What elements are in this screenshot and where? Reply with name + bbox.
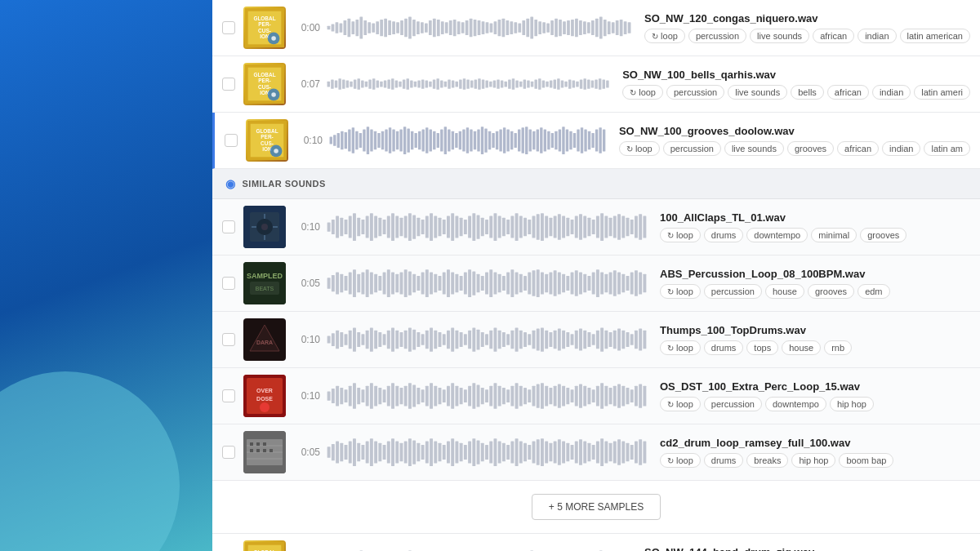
- tag-house[interactable]: house: [782, 340, 821, 355]
- svg-rect-437: [425, 331, 429, 349]
- svg-rect-210: [462, 130, 465, 152]
- tag-percussion[interactable]: percussion: [704, 397, 762, 411]
- tag-loop[interactable]: ↻ loop: [660, 397, 701, 411]
- svg-rect-590: [366, 442, 369, 464]
- tag-tops[interactable]: tops: [746, 340, 778, 355]
- tag-live-sounds[interactable]: live sounds: [728, 85, 787, 100]
- svg-rect-295: [489, 216, 492, 238]
- track-checkbox[interactable]: [222, 277, 235, 290]
- tag-latin[interactable]: latin ameri: [914, 85, 970, 100]
- tag-loop[interactable]: ↻ loop: [644, 29, 685, 43]
- svg-rect-62: [546, 23, 550, 32]
- svg-rect-511: [400, 388, 403, 404]
- tag-downtempo[interactable]: downtempo: [765, 397, 826, 411]
- svg-rect-525: [460, 388, 463, 404]
- tag-african[interactable]: african: [837, 141, 879, 156]
- svg-rect-270: [383, 220, 386, 234]
- tag-percussion[interactable]: percussion: [704, 284, 762, 299]
- svg-rect-232: [544, 130, 546, 152]
- tag-live-sounds[interactable]: live sounds: [724, 141, 784, 156]
- tag-grooves[interactable]: grooves: [808, 284, 854, 299]
- svg-rect-565: [630, 389, 634, 402]
- svg-point-493: [260, 402, 270, 412]
- tag-list: ↻ loop percussion live sounds grooves af…: [619, 141, 970, 156]
- tag-percussion[interactable]: percussion: [663, 141, 721, 156]
- svg-rect-321: [600, 213, 604, 241]
- svg-rect-207: [452, 131, 454, 150]
- waveform[interactable]: [327, 380, 647, 412]
- tag-drums[interactable]: drums: [704, 340, 744, 355]
- svg-rect-75: [599, 17, 603, 39]
- tag-drums[interactable]: drums: [704, 228, 744, 242]
- more-samples-button[interactable]: + 5 MORE SAMPLES: [532, 494, 661, 520]
- svg-rect-160: [587, 79, 590, 88]
- track-checkbox[interactable]: [222, 333, 235, 346]
- tag-latin[interactable]: latin american: [900, 29, 970, 43]
- track-checkbox[interactable]: [222, 220, 235, 233]
- tag-african[interactable]: african: [813, 29, 854, 43]
- svg-rect-442: [447, 331, 450, 349]
- tag-breaks[interactable]: breaks: [746, 453, 788, 468]
- svg-rect-566: [635, 386, 638, 407]
- svg-rect-323: [609, 218, 612, 237]
- waveform[interactable]: [327, 436, 647, 469]
- svg-rect-154: [564, 82, 567, 87]
- tag-downtempo[interactable]: downtempo: [746, 228, 808, 242]
- track-checkbox[interactable]: [222, 389, 235, 402]
- tag-percussion[interactable]: percussion: [688, 29, 746, 43]
- tag-loop[interactable]: ↻ loop: [660, 340, 701, 355]
- svg-rect-55: [518, 23, 521, 32]
- waveform[interactable]: [327, 545, 631, 551]
- track-checkbox[interactable]: [222, 446, 235, 459]
- tag-edm[interactable]: edm: [858, 284, 889, 299]
- svg-rect-356: [412, 274, 416, 293]
- svg-rect-315: [575, 216, 578, 238]
- tag-hiphop[interactable]: hip hop: [791, 453, 835, 468]
- svg-rect-186: [374, 131, 376, 150]
- waveform[interactable]: [329, 124, 606, 157]
- svg-point-252: [261, 224, 268, 230]
- svg-rect-229: [532, 131, 535, 150]
- svg-rect-535: [502, 388, 506, 404]
- tag-indian[interactable]: indian: [882, 141, 920, 156]
- waveform[interactable]: [327, 211, 647, 243]
- tag-live-sounds[interactable]: live sounds: [750, 29, 809, 43]
- tag-house[interactable]: house: [765, 284, 804, 299]
- track-checkbox[interactable]: [225, 134, 238, 147]
- waveform[interactable]: [327, 323, 647, 356]
- track-checkbox[interactable]: [222, 78, 235, 91]
- svg-rect-605: [430, 438, 433, 466]
- tag-hiphop[interactable]: hip hop: [830, 397, 874, 411]
- tag-loop[interactable]: ↻ loop: [660, 228, 701, 242]
- svg-text:DARA: DARA: [256, 340, 273, 345]
- tag-latin[interactable]: latin am: [924, 141, 970, 156]
- svg-rect-45: [478, 20, 481, 35]
- tag-grooves[interactable]: grooves: [787, 141, 834, 156]
- waveform[interactable]: [327, 267, 647, 300]
- tag-african[interactable]: african: [827, 85, 869, 100]
- svg-rect-541: [528, 389, 531, 402]
- svg-rect-21: [380, 20, 383, 36]
- svg-rect-618: [485, 445, 488, 460]
- svg-rect-124: [452, 81, 454, 88]
- tag-minimal[interactable]: minimal: [811, 228, 857, 242]
- svg-text:DOSE: DOSE: [256, 396, 273, 402]
- tag-boombap[interactable]: boom bap: [839, 453, 893, 468]
- tag-loop[interactable]: ↻ loop: [622, 85, 663, 100]
- tag-indian[interactable]: indian: [858, 29, 896, 43]
- waveform[interactable]: [327, 68, 609, 100]
- tag-loop[interactable]: ↻ loop: [660, 284, 701, 299]
- tag-loop[interactable]: ↻ loop: [660, 453, 701, 468]
- track-checkbox[interactable]: [222, 21, 235, 34]
- tag-indian[interactable]: indian: [872, 85, 911, 100]
- svg-rect-487: [639, 329, 642, 351]
- tag-loop[interactable]: ↻ loop: [619, 141, 660, 156]
- tag-bells[interactable]: bells: [791, 85, 824, 100]
- svg-rect-188: [381, 131, 384, 150]
- svg-rect-530: [481, 388, 484, 404]
- tag-rnb[interactable]: rnb: [824, 340, 852, 355]
- waveform[interactable]: [327, 11, 631, 44]
- tag-percussion[interactable]: percussion: [666, 85, 724, 100]
- tag-grooves[interactable]: grooves: [860, 228, 906, 242]
- tag-drums[interactable]: drums: [704, 453, 744, 468]
